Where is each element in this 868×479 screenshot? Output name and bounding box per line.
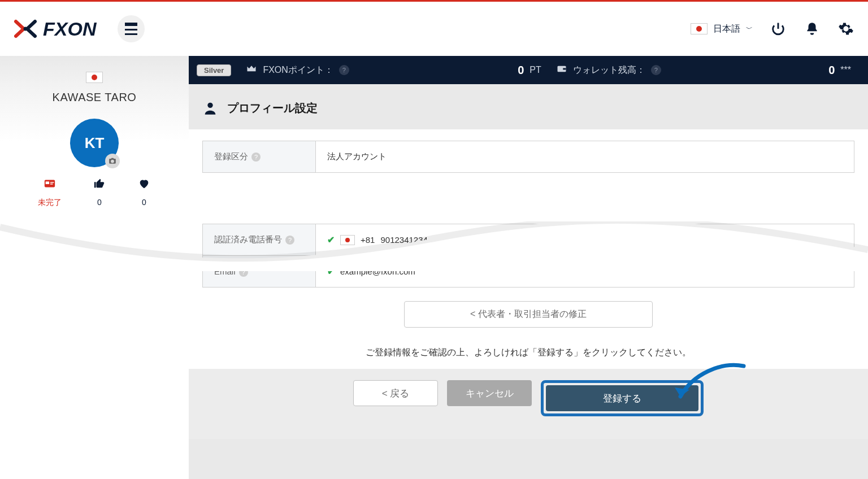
stats-row: 未完了 0 0 bbox=[0, 177, 189, 208]
logo[interactable]: FXON bbox=[14, 17, 96, 41]
points-unit: PT bbox=[530, 65, 541, 75]
svg-rect-3 bbox=[50, 182, 54, 182]
help-icon[interactable]: ? bbox=[285, 236, 294, 245]
logo-text: FXON bbox=[43, 18, 96, 40]
avatar[interactable]: KT bbox=[70, 119, 119, 167]
form-table: 登録区分? 法人アカウント bbox=[202, 141, 854, 173]
stat-thumbs-value: 0 bbox=[97, 198, 102, 207]
gear-icon[interactable] bbox=[837, 20, 854, 37]
user-flag-icon bbox=[86, 72, 103, 83]
row-register-type: 登録区分? 法人アカウント bbox=[203, 141, 854, 173]
help-icon[interactable]: ? bbox=[251, 153, 261, 162]
heart-icon bbox=[137, 177, 151, 193]
thumbs-up-icon bbox=[93, 177, 106, 193]
svg-rect-6 bbox=[563, 68, 566, 70]
check-icon: ✔ bbox=[327, 234, 335, 245]
japan-flag-icon bbox=[340, 235, 355, 245]
email-text: example@fxon.com bbox=[340, 267, 415, 276]
row-email: Email? ✔ example@fxon.com bbox=[203, 256, 854, 288]
power-icon[interactable] bbox=[770, 20, 787, 37]
register-type-value: 法人アカウント bbox=[316, 141, 854, 173]
stat-incomplete-label: 未完了 bbox=[38, 198, 62, 208]
form-table-contact: 認証済み電話番号? ✔ +81 9012341234 Email? bbox=[202, 224, 854, 288]
points-value: 0 bbox=[518, 64, 524, 77]
stat-heart-value: 0 bbox=[142, 198, 146, 207]
register-type-label-text: 登録区分 bbox=[214, 151, 248, 161]
shell: KAWASE TARO KT 未完了 0 bbox=[0, 56, 868, 479]
points-label: FXONポイント： bbox=[263, 64, 333, 76]
language-selector[interactable]: 日本語 ﹀ bbox=[691, 23, 753, 35]
logo-mark-icon bbox=[14, 17, 37, 41]
svg-point-7 bbox=[207, 103, 212, 108]
user-name: KAWASE TARO bbox=[0, 91, 189, 104]
sidebar: KAWASE TARO KT 未完了 0 bbox=[0, 56, 189, 479]
phone-prefix: +81 bbox=[361, 235, 375, 245]
phone-label-text: 認証済み電話番号 bbox=[214, 234, 282, 244]
edit-representative-button[interactable]: < 代表者・取引担当者の修正 bbox=[404, 301, 653, 328]
hamburger-icon bbox=[125, 23, 137, 35]
action-bar: < 戻る キャンセル 登録する bbox=[189, 369, 868, 439]
person-icon bbox=[202, 100, 218, 116]
bell-icon[interactable] bbox=[804, 20, 821, 37]
wallet-label: ウォレット残高： bbox=[573, 64, 645, 76]
camera-icon[interactable] bbox=[105, 154, 120, 168]
svg-rect-4 bbox=[50, 184, 53, 184]
stat-heart[interactable]: 0 bbox=[137, 177, 151, 208]
phone-number: 9012341234 bbox=[380, 235, 427, 245]
phone-value: ✔ +81 9012341234 bbox=[316, 224, 854, 256]
wallet-segment: ウォレット残高： ? 0 *** bbox=[556, 64, 851, 77]
wallet-icon bbox=[556, 64, 567, 76]
points-segment: FXONポイント： ? 0 PT bbox=[246, 63, 541, 77]
email-label: Email? bbox=[203, 256, 316, 288]
header: FXON 日本語 ﹀ bbox=[0, 2, 868, 56]
instruction-text: ご登録情報をご確認の上、よろしければ「登録する」をクリックしてください。 bbox=[189, 347, 868, 359]
tier-badge: Silver bbox=[197, 64, 231, 76]
register-type-label: 登録区分? bbox=[203, 141, 316, 173]
page-title: プロフィール設定 bbox=[189, 84, 868, 129]
chevron-down-icon: ﹀ bbox=[746, 24, 753, 34]
phone-label: 認証済み電話番号? bbox=[203, 224, 316, 256]
check-icon: ✔ bbox=[327, 266, 335, 277]
page-title-text: プロフィール設定 bbox=[227, 101, 318, 116]
crown-icon bbox=[246, 63, 257, 77]
submit-button-highlight: 登録する bbox=[541, 380, 704, 416]
menu-button[interactable] bbox=[118, 15, 145, 42]
wallet-unit: *** bbox=[840, 65, 851, 75]
wallet-value: 0 bbox=[828, 64, 835, 77]
help-icon[interactable]: ? bbox=[339, 65, 349, 75]
stat-incomplete[interactable]: 未完了 bbox=[38, 177, 62, 208]
email-label-text: Email bbox=[214, 267, 236, 276]
row-phone: 認証済み電話番号? ✔ +81 9012341234 bbox=[203, 224, 854, 256]
cancel-button[interactable]: キャンセル bbox=[447, 380, 532, 406]
header-right: 日本語 ﹀ bbox=[691, 20, 854, 37]
svg-rect-2 bbox=[46, 181, 49, 184]
svg-point-0 bbox=[24, 27, 28, 31]
infobar: Silver FXONポイント： ? 0 PT ウォレット残高： ? 0 *** bbox=[189, 56, 868, 84]
form-card: 登録区分? 法人アカウント 認証済み電話番号? ✔ +81 9 bbox=[189, 129, 868, 439]
back-button[interactable]: < 戻る bbox=[353, 380, 438, 406]
language-label: 日本語 bbox=[713, 23, 740, 35]
help-icon[interactable]: ? bbox=[239, 268, 248, 277]
main: Silver FXONポイント： ? 0 PT ウォレット残高： ? 0 *** bbox=[189, 56, 868, 479]
submit-button[interactable]: 登録する bbox=[546, 385, 698, 411]
stat-thumbs[interactable]: 0 bbox=[93, 177, 106, 208]
id-card-icon bbox=[42, 177, 57, 193]
email-value: ✔ example@fxon.com bbox=[316, 256, 854, 288]
help-icon[interactable]: ? bbox=[651, 65, 661, 75]
japan-flag-icon bbox=[691, 23, 708, 34]
